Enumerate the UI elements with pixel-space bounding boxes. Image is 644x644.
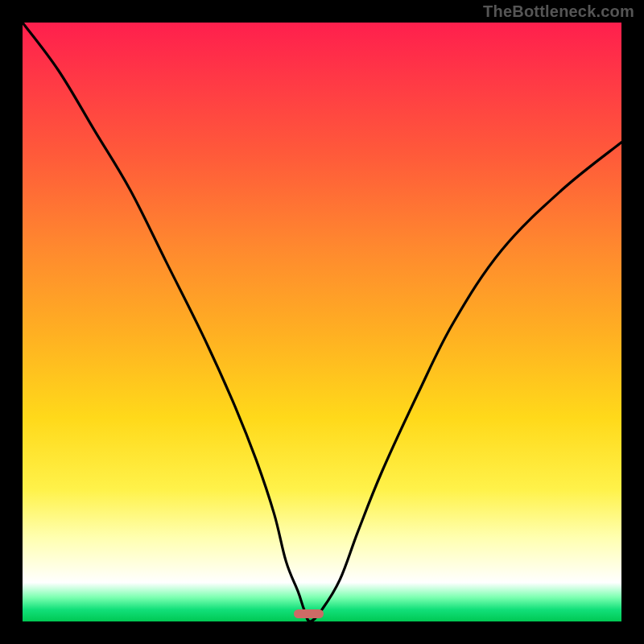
optimum-marker	[294, 609, 324, 618]
plot-area	[23, 23, 621, 621]
curve-svg	[23, 23, 621, 621]
bottleneck-curve	[23, 23, 621, 621]
watermark-text: TheBottleneck.com	[483, 2, 634, 21]
chart-frame: TheBottleneck.com	[0, 0, 644, 644]
